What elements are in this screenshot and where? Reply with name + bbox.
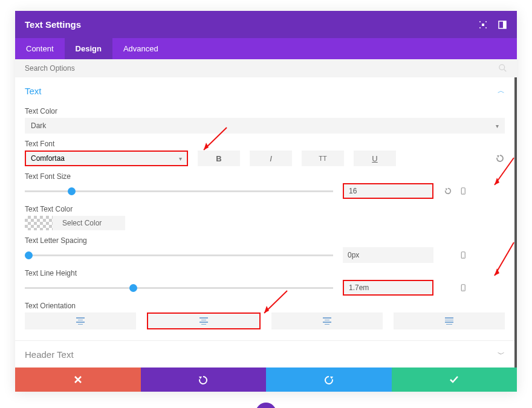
svg-rect-0 [482,24,484,26]
line-height-input[interactable] [343,280,433,296]
bold-button[interactable]: B [198,151,240,166]
select-text-font-value: Comfortaa [31,154,65,163]
slider-thumb[interactable] [68,187,76,195]
undo-icon [198,374,209,385]
font-size-row [25,183,505,199]
label-letter-spacing: Text Letter Spacing [25,236,505,245]
check-icon [449,375,459,384]
section-header-text-title: Header Text [25,349,74,360]
mobile-icon[interactable] [459,283,469,293]
align-justify-button[interactable] [394,312,505,329]
font-size-input[interactable] [343,183,433,199]
chevron-up-icon: ︿ [498,86,505,96]
align-center-button[interactable] [147,312,261,329]
undo-button[interactable] [141,368,267,392]
modal-footer [15,368,517,392]
svg-point-1 [479,21,481,22]
snap-icon[interactable] [498,20,507,30]
svg-point-14 [463,257,464,257]
orientation-row [25,312,505,329]
align-center-icon [199,317,208,325]
color-swatch[interactable] [25,216,53,230]
smallcaps-button[interactable]: TT [302,151,344,166]
italic-button[interactable]: I [250,151,292,166]
label-orientation: Text Orientation [25,302,505,310]
tab-advanced[interactable]: Advanced [112,38,169,59]
mobile-icon[interactable] [459,186,469,196]
align-left-icon [76,317,85,325]
tabs: Content Design Advanced [15,38,517,59]
modal-title: Text Settings [25,19,81,30]
redo-button[interactable] [266,368,392,392]
slider-thumb[interactable] [129,284,137,292]
mobile-icon[interactable] [459,250,469,260]
svg-marker-19 [199,377,202,379]
text-settings-modal: Text Settings Content Design Advanced Te… [15,11,517,392]
label-text-font: Text Font [25,140,505,148]
line-height-slider[interactable] [25,287,333,289]
svg-point-12 [463,193,464,193]
svg-point-3 [479,27,481,28]
letter-spacing-slider[interactable] [25,254,333,256]
letter-spacing-row [25,247,505,263]
reset-icon[interactable] [495,154,505,163]
text-text-color-row: Select Color [25,216,505,230]
chevron-down-icon: ﹀ [498,349,505,360]
select-text-font[interactable]: Comfortaa ▾ [25,151,188,166]
line-height-row [25,280,505,296]
slider-thumb[interactable] [25,251,33,259]
caret-down-icon: ▾ [179,155,182,162]
svg-point-4 [485,27,487,28]
modal-header: Text Settings [15,11,517,38]
svg-point-7 [499,65,505,70]
redo-icon [323,374,334,385]
select-text-color-value: Dark [31,121,46,130]
tab-design[interactable]: Design [65,38,112,59]
svg-marker-10 [446,189,448,191]
svg-point-16 [463,290,464,290]
underline-button[interactable]: U [354,151,396,166]
svg-marker-20 [330,377,333,379]
label-text-color: Text Color [25,107,505,115]
svg-rect-6 [503,21,506,28]
align-justify-icon [445,317,453,325]
svg-line-8 [504,70,507,72]
search-icon [499,64,507,73]
font-row: Comfortaa ▾ B I TT U [25,151,505,166]
label-line-height: Text Line Height [25,269,505,277]
label-text-text-color: Text Text Color [25,205,505,213]
search-bar [15,59,517,77]
label-font-size: Text Font Size [25,172,505,181]
font-size-slider[interactable] [25,190,333,192]
cancel-button[interactable] [15,368,141,392]
fab-more-button[interactable]: ••• [256,403,276,408]
select-color-button[interactable]: Select Color [53,216,125,230]
save-button[interactable] [392,368,517,392]
letter-spacing-input[interactable] [343,247,433,263]
align-left-button[interactable] [25,312,136,329]
header-actions [478,20,507,30]
expand-icon[interactable] [478,20,488,30]
reset-icon[interactable] [443,186,453,196]
select-text-color[interactable]: Dark ▾ [25,118,505,134]
close-icon [74,375,82,384]
panel-body[interactable]: Text ︿ Text Color Dark ▾ Text Font Comfo… [15,77,517,368]
tab-content[interactable]: Content [15,38,65,59]
align-right-icon [323,317,331,325]
align-right-button[interactable] [271,312,383,329]
svg-marker-9 [497,155,499,158]
svg-point-2 [485,21,487,22]
search-input[interactable] [25,64,499,73]
section-text-header[interactable]: Text ︿ [25,77,505,101]
caret-down-icon: ▾ [496,123,499,129]
section-header-text-header[interactable]: Header Text ﹀ [25,341,505,364]
section-text-title: Text [25,86,42,96]
